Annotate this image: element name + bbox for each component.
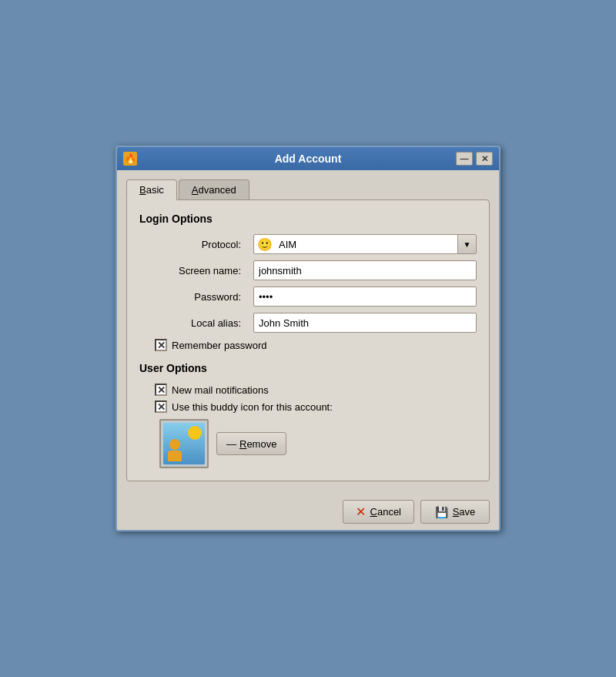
buddy-icon-area: — Remove bbox=[159, 419, 477, 468]
protocol-dropdown-arrow[interactable]: ▼ bbox=[457, 234, 476, 254]
tab-advanced-label: Advanced bbox=[192, 184, 236, 196]
login-options-heading: Login Options bbox=[139, 213, 477, 225]
add-account-window: 🔥 Add Account — ✕ Basic Advanced Login O… bbox=[116, 146, 500, 531]
new-mail-checkbox[interactable]: ✕ bbox=[155, 384, 167, 396]
local-alias-input[interactable] bbox=[253, 313, 477, 333]
aim-icon: 🙂 bbox=[254, 236, 276, 253]
protocol-value: AIM bbox=[276, 237, 457, 252]
window-title: Add Account bbox=[275, 152, 342, 165]
person-shape bbox=[168, 439, 182, 461]
protocol-select[interactable]: 🙂 AIM ▼ bbox=[253, 234, 477, 254]
buddy-icon-image bbox=[163, 423, 205, 464]
titlebar: 🔥 Add Account — ✕ bbox=[117, 147, 499, 170]
titlebar-buttons: — ✕ bbox=[456, 152, 493, 166]
user-options-heading: User Options bbox=[139, 362, 477, 374]
buddy-icon-checkbox[interactable]: ✕ bbox=[155, 401, 167, 413]
local-alias-row: Local alias: bbox=[139, 313, 477, 333]
password-label: Password: bbox=[139, 291, 247, 303]
screenname-input[interactable] bbox=[253, 260, 477, 280]
sun-shape bbox=[188, 426, 202, 440]
new-mail-label: New mail notifications bbox=[172, 384, 269, 396]
remove-label: Remove bbox=[239, 438, 276, 450]
buddy-icon-label: Use this buddy icon for this account: bbox=[172, 401, 333, 413]
password-row: Password: bbox=[139, 287, 477, 307]
person-head bbox=[169, 439, 180, 450]
remember-password-label: Remember password bbox=[172, 340, 267, 351]
person-body bbox=[168, 451, 182, 461]
protocol-row: Protocol: 🙂 AIM ▼ bbox=[139, 234, 477, 254]
bottom-buttons: ✕ Cancel 💾 Save bbox=[117, 491, 499, 530]
new-mail-row: ✕ New mail notifications bbox=[155, 384, 477, 396]
save-button[interactable]: 💾 Save bbox=[420, 500, 490, 524]
save-label: Save bbox=[453, 506, 476, 518]
buddy-icon-thumbnail[interactable] bbox=[159, 419, 209, 468]
tabs-container: Basic Advanced bbox=[126, 179, 490, 199]
screenname-label: Screen name: bbox=[139, 265, 247, 276]
remove-dash-icon: — bbox=[226, 438, 236, 450]
user-options-section: User Options ✕ New mail notifications ✕ … bbox=[139, 362, 477, 468]
app-icon: 🔥 bbox=[123, 152, 137, 166]
close-button[interactable]: ✕ bbox=[476, 152, 493, 166]
cancel-icon: ✕ bbox=[356, 504, 366, 519]
tab-basic[interactable]: Basic bbox=[126, 179, 177, 200]
window-content: Basic Advanced Login Options Protocol: 🙂… bbox=[117, 170, 499, 491]
remember-password-checkbox[interactable]: ✕ bbox=[155, 339, 167, 351]
tab-basic-label: Basic bbox=[139, 184, 164, 196]
protocol-label: Protocol: bbox=[139, 239, 247, 250]
remove-button[interactable]: — Remove bbox=[216, 432, 286, 455]
tab-advanced[interactable]: Advanced bbox=[179, 179, 249, 199]
save-icon: 💾 bbox=[435, 506, 448, 518]
buddy-icon-row: ✕ Use this buddy icon for this account: bbox=[155, 401, 477, 413]
cancel-label: Cancel bbox=[370, 506, 401, 518]
tab-panel-basic: Login Options Protocol: 🙂 AIM ▼ Screen n… bbox=[126, 199, 490, 481]
cancel-button[interactable]: ✕ Cancel bbox=[343, 500, 414, 524]
minimize-button[interactable]: — bbox=[456, 152, 473, 166]
screenname-row: Screen name: bbox=[139, 260, 477, 280]
local-alias-label: Local alias: bbox=[139, 317, 247, 329]
password-input[interactable] bbox=[253, 287, 477, 307]
remember-password-row: ✕ Remember password bbox=[155, 339, 477, 351]
